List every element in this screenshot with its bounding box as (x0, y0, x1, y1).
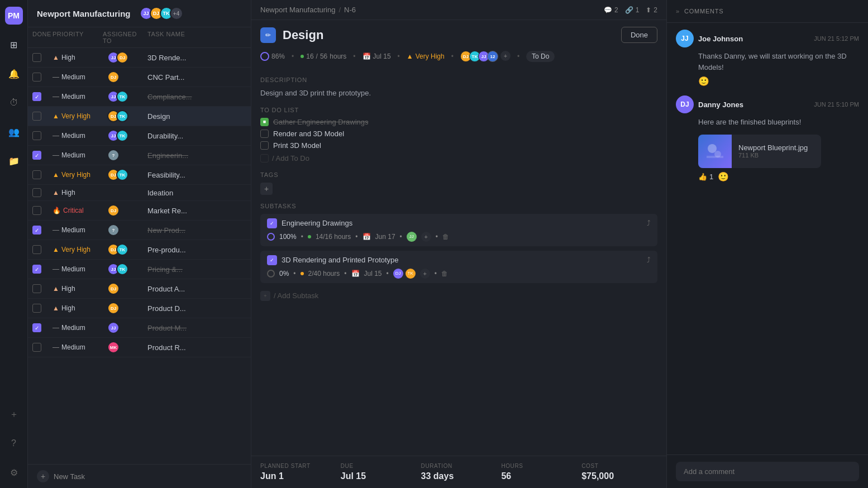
header-actions: 💬 2 🔗 1 ⬆ 2 (604, 6, 657, 14)
priority-indicator: ▲ (53, 171, 59, 179)
task-checkbox[interactable]: ✓ (32, 323, 41, 332)
avatar: DJ (107, 71, 120, 83)
todo-checkbox[interactable] (260, 141, 269, 150)
hours-meta: 16/56 hours (301, 52, 346, 60)
sidebar-help-icon[interactable]: ? (5, 434, 23, 452)
subtask-title[interactable]: Engineering Drawings (282, 219, 642, 227)
subtask-external-link-icon[interactable]: ⤴ (647, 256, 651, 264)
status-badge[interactable]: To Do (526, 51, 555, 62)
todo-checkbox[interactable] (260, 130, 269, 138)
task-checkbox[interactable] (32, 284, 41, 293)
table-row[interactable]: ✓ —Medium JJTK Pricing &... (28, 260, 251, 279)
table-row[interactable]: —Medium MK Product R... (28, 338, 251, 357)
add-subtask-icon: + (260, 291, 270, 301)
add-reaction-button[interactable]: 🙂 (676, 76, 859, 87)
sidebar-notifications-icon[interactable]: 🔔 (5, 65, 23, 83)
table-row[interactable]: —Medium DJ CNC Part... (28, 68, 251, 87)
task-checkbox[interactable]: ✓ (32, 92, 41, 101)
task-name: Product A... (147, 285, 246, 293)
new-task-row[interactable]: + New Task (28, 464, 251, 488)
new-task-icon[interactable]: + (37, 470, 49, 482)
footer-planned-start-label: PLANNED START (260, 463, 336, 469)
todo-item[interactable]: Print 3D Model (260, 141, 657, 150)
table-row[interactable]: ▲High DJ Product D... (28, 299, 251, 318)
todo-text: Render and 3D Model (273, 130, 344, 138)
sidebar-settings-icon[interactable]: ⚙ (5, 463, 23, 481)
table-row[interactable]: ✓ —Medium JJ Product M... (28, 318, 251, 338)
sidebar-folder-icon[interactable]: 📁 (5, 152, 23, 170)
table-row[interactable]: ▲High Ideation (28, 185, 251, 201)
subtask-title[interactable]: 3D Rendering and Printed Prototype (282, 256, 642, 264)
avatar-count: +4 (170, 7, 183, 20)
avatar: TK (116, 90, 128, 103)
sidebar-users-icon[interactable]: 👥 (5, 123, 23, 141)
task-list-header: Newport Manufacturing JJ DJ TK +4 (28, 0, 251, 27)
table-row[interactable]: ▲Very High DJTK Design (28, 107, 251, 126)
task-checkbox[interactable] (32, 53, 41, 62)
comment-attachment[interactable]: Newport Blueprint.jpg 711 KB (698, 135, 821, 168)
subtask-progress-circle (267, 270, 275, 278)
table-row[interactable]: ✓ —Medium ? New Prod... (28, 221, 251, 240)
task-checkbox[interactable] (32, 112, 41, 121)
comment-author: Joe Johnson (698, 35, 743, 43)
task-checkbox[interactable]: ✓ (32, 151, 41, 160)
add-reaction-button[interactable]: 🙂 (718, 171, 729, 182)
avatar: DJ (107, 283, 120, 295)
breadcrumb-task: N-6 (344, 6, 356, 14)
todo-item[interactable]: ■ Gather Engineering Drawings (260, 118, 657, 126)
footer-cost-label: COST (581, 463, 657, 469)
table-row[interactable]: ✓ —Medium JJTK Compliance... (28, 87, 251, 107)
table-row[interactable]: —Medium JJTK Durability... (28, 126, 251, 146)
hours-done: 16 (306, 52, 313, 60)
avatar: ? (107, 149, 120, 161)
table-row[interactable]: ▲Very High DJTK Pre-produ... (28, 240, 251, 260)
task-title[interactable]: Design (283, 28, 614, 42)
comment-avatar: DJ (676, 95, 694, 113)
priority-indicator: — (53, 132, 59, 140)
task-checkbox[interactable] (32, 206, 41, 215)
done-button[interactable]: Done (621, 27, 657, 43)
subtask-progress-value: 100% (279, 233, 297, 241)
sidebar-home-icon[interactable]: ⊞ (5, 36, 23, 54)
sidebar-clock-icon[interactable]: ⏱ (5, 94, 23, 112)
svg-point-0 (708, 144, 717, 153)
task-list-body: ▲High JJDJ 3D Rende... —Medium DJ CNC Pa… (28, 48, 251, 464)
todo-item[interactable]: Render and 3D Model (260, 130, 657, 138)
subtask-add-assignee-button[interactable]: + (421, 232, 431, 242)
task-checkbox[interactable] (32, 73, 41, 82)
avatar: JJ (107, 322, 120, 334)
subtask-delete-button[interactable]: 🗑 (441, 270, 448, 278)
avatar: TK (116, 263, 128, 275)
table-row[interactable]: ✓ —Medium ? Engineerin... (28, 146, 251, 165)
comment-input[interactable] (676, 462, 859, 481)
subtask-external-link-icon[interactable]: ⤴ (647, 219, 651, 227)
assignee-count: 12 (487, 51, 498, 62)
collapse-icon[interactable]: » (676, 8, 680, 15)
task-checkbox[interactable] (32, 170, 41, 179)
table-row[interactable]: ▲High DJ Product A... (28, 279, 251, 299)
add-todo-button[interactable]: / Add To Do (260, 153, 657, 164)
add-tag-button[interactable]: + (260, 183, 273, 195)
priority-indicator: — (53, 324, 59, 332)
add-assignee-button[interactable]: + (500, 51, 511, 61)
priority-indicator: — (53, 93, 59, 101)
task-checkbox[interactable]: ✓ (32, 265, 41, 274)
subtask-add-assignee-button[interactable]: + (420, 269, 430, 279)
task-checkbox[interactable] (32, 245, 41, 254)
table-row[interactable]: 🔥Critical DJ Market Re... (28, 201, 251, 221)
description-text[interactable]: Design and 3D print the prototype. (260, 88, 657, 99)
sidebar-add-icon[interactable]: ＋ (5, 405, 23, 423)
subtask-assignee-avatar: TK (406, 269, 416, 279)
table-row[interactable]: ▲Very High DJTK Feasibility... (28, 165, 251, 185)
subtask-delete-button[interactable]: 🗑 (442, 233, 449, 241)
col-done-header: DONE (32, 31, 53, 44)
table-row[interactable]: ▲High JJDJ 3D Rende... (28, 48, 251, 68)
task-checkbox[interactable] (32, 131, 41, 140)
task-checkbox[interactable] (32, 188, 41, 197)
task-checkbox[interactable] (32, 343, 41, 352)
task-checkbox[interactable] (32, 304, 41, 313)
add-subtask-button[interactable]: + / Add Subtask (260, 288, 657, 304)
todo-checkbox-done[interactable]: ■ (260, 118, 269, 126)
reaction-item[interactable]: 👍 1 (698, 173, 713, 181)
task-checkbox[interactable]: ✓ (32, 226, 41, 235)
